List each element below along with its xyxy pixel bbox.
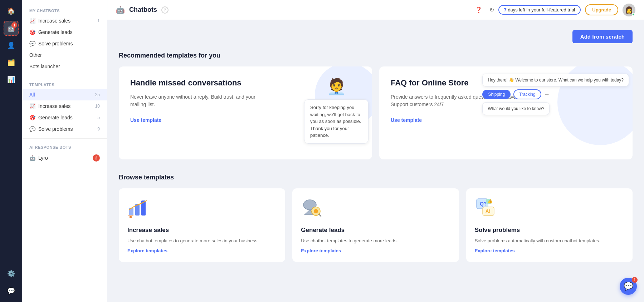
browse-card-solve-desc: Solve problems automatically with custom… [475, 237, 624, 244]
generate-leads-icon: 🎯 [29, 29, 35, 35]
templates-leads-icon: 🎯 [29, 115, 35, 120]
all-count: 25 [95, 92, 100, 97]
sidebar-item-templates-solve[interactable]: 💬 Solve problems 9 [22, 123, 107, 135]
sidebar-item-generate-leads[interactable]: 🎯 Generate leads [22, 26, 107, 38]
svg-marker-3 [145, 199, 149, 202]
svg-point-8 [314, 209, 318, 213]
browse-card-solve-problems: Q? A! 👍 Solve problems Solve problems au… [466, 188, 633, 262]
faq-buttons: Shipping Tracking → [482, 89, 550, 99]
icon-bar: 🏠 🤖 1 👤 🗂️ 📊 ⚙️ 💬 [0, 0, 22, 302]
header-logo-icon: 🤖 [116, 6, 125, 14]
header-help-icon[interactable]: ? [161, 6, 169, 14]
lyro-badge: 2 [93, 154, 100, 162]
recommended-section-title: Recommended templates for you [119, 52, 633, 59]
browse-card-generate-leads: Generate leads Use chatbot templates to … [292, 188, 459, 262]
header: 🤖 Chatbots ? ❓ ↻ 7 days left in your ful… [107, 0, 644, 20]
svg-text:👍: 👍 [487, 198, 493, 204]
chatbot-icon[interactable]: 🤖 1 [4, 21, 19, 36]
increase-sales-icon: 📈 [29, 18, 35, 24]
lyro-icon: 🤖 [29, 155, 35, 161]
header-title: Chatbots [129, 6, 157, 14]
templates-leads-count: 5 [97, 115, 100, 120]
contacts-icon[interactable]: 👤 [4, 38, 19, 53]
browse-card-increase-sales: Increase sales Use chatbot templates to … [119, 188, 285, 262]
faq-question-bubble: What would you like to know? [482, 102, 550, 115]
sidebar-label-increase-sales: Increase sales [38, 18, 70, 24]
templates-solve-icon: 💬 [29, 126, 35, 132]
svg-rect-5 [130, 216, 132, 218]
browse-grid: Increase sales Use chatbot templates to … [119, 188, 633, 262]
svg-line-9 [319, 214, 321, 216]
sidebar-label-lyro: Lyro [38, 155, 48, 161]
recommended-grid: Handle missed conversations Never leave … [119, 66, 633, 159]
chat-support-icon[interactable]: 💬 [4, 283, 19, 298]
templates-sales-count: 10 [95, 104, 100, 109]
sidebar-item-bots-launcher[interactable]: Bots launcher [22, 61, 107, 72]
browse-card-leads-explore-link[interactable]: Explore templates [301, 248, 450, 253]
templates-section-title: TEMPLATES [22, 80, 107, 89]
sidebar-item-increase-sales[interactable]: 📈 Increase sales 1 [22, 15, 107, 26]
sidebar-label-templates-leads: Generate leads [38, 115, 73, 120]
template-card-missed-conversations: Handle missed conversations Never leave … [119, 66, 372, 159]
trial-days: 7 [504, 7, 507, 13]
sidebar-item-other[interactable]: Other [22, 49, 107, 61]
browse-card-sales-desc: Use chatbot templates to generate more s… [127, 237, 277, 244]
card1-use-template-link[interactable]: Use template [130, 117, 161, 123]
card1-chat-bubble: Sorry for keeping you waiting, we'll get… [304, 99, 369, 144]
home-icon[interactable]: 🏠 [4, 4, 19, 19]
tasks-icon[interactable]: 🗂️ [4, 55, 19, 70]
browse-card-sales-icon [127, 197, 277, 222]
ai-bots-section-title: AI RESPONSE BOTS [22, 142, 107, 152]
chat-widget-badge: 1 [632, 277, 638, 283]
faq-greeting-bubble: Hey there! 👋 Welcome to our store. What … [482, 74, 629, 86]
sidebar-divider-1 [22, 76, 107, 76]
sidebar-label-all: All [29, 92, 35, 98]
browse-card-solve-explore-link[interactable]: Explore templates [475, 248, 624, 253]
chatbot-badge: 1 [11, 22, 17, 28]
header-refresh-icon[interactable]: ↻ [489, 6, 494, 13]
svg-text:Q?: Q? [480, 201, 487, 207]
sidebar-item-templates-leads[interactable]: 🎯 Generate leads 5 [22, 112, 107, 123]
svg-rect-4 [128, 215, 133, 216]
add-from-scratch-button[interactable]: Add from scratch [572, 30, 633, 43]
browse-card-leads-title: Generate leads [301, 227, 450, 234]
templates-solve-count: 9 [97, 127, 100, 132]
browse-card-sales-title: Increase sales [127, 227, 277, 234]
card2-decoration: Hey there! 👋 Welcome to our store. What … [482, 74, 629, 115]
templates-sales-icon: 📈 [29, 103, 35, 109]
settings-icon[interactable]: ⚙️ [4, 266, 19, 281]
browse-card-solve-icon: Q? A! 👍 [475, 197, 624, 222]
sidebar-label-solve-problems: Solve problems [38, 41, 73, 46]
card2-use-template-link[interactable]: Use template [391, 117, 422, 123]
increase-sales-count: 1 [97, 18, 100, 23]
sidebar: MY CHATBOTS 📈 Increase sales 1 🎯 Generat… [22, 0, 107, 302]
sidebar-item-lyro[interactable]: 🤖 Lyro 2 [22, 152, 107, 164]
avatar[interactable]: 👩 [623, 4, 635, 16]
content-area: Add from scratch Recommended templates f… [107, 20, 644, 302]
faq-arrow-icon: → [544, 91, 550, 98]
top-bar: Add from scratch [119, 30, 633, 43]
browse-card-sales-explore-link[interactable]: Explore templates [127, 248, 277, 253]
shipping-button[interactable]: Shipping [482, 90, 511, 99]
analytics-icon[interactable]: 📊 [4, 72, 19, 87]
browse-card-solve-title: Solve problems [475, 227, 624, 234]
browse-section-title: Browse templates [119, 174, 633, 181]
sidebar-item-all[interactable]: All 25 [22, 89, 107, 100]
sidebar-item-templates-sales[interactable]: 📈 Increase sales 10 [22, 100, 107, 112]
chat-widget-button[interactable]: 💬 1 [620, 278, 637, 295]
card1-description: Never leave anyone without a reply. Buil… [130, 93, 268, 108]
template-card-faq: FAQ for Online Store Provide answers to … [379, 66, 633, 159]
svg-text:A!: A! [486, 208, 491, 214]
card1-bot-emoji: 🧑‍💼 [327, 77, 346, 96]
tracking-button[interactable]: Tracking [513, 89, 541, 99]
sidebar-item-solve-problems[interactable]: 💬 Solve problems [22, 38, 107, 49]
sidebar-label-templates-solve: Solve problems [38, 126, 73, 132]
sidebar-label-generate-leads: Generate leads [38, 29, 73, 35]
trial-badge: 7 days left in your full-featured trial [498, 5, 581, 15]
my-chatbots-section-title: MY CHATBOTS [22, 6, 107, 15]
sidebar-label-other: Other [29, 52, 42, 58]
upgrade-button[interactable]: Upgrade [585, 4, 618, 15]
sidebar-divider-2 [22, 138, 107, 139]
card1-decoration: 🧑‍💼 Sorry for keeping you waiting, we'll… [304, 77, 369, 144]
header-help-circle-icon[interactable]: ❓ [475, 6, 482, 13]
